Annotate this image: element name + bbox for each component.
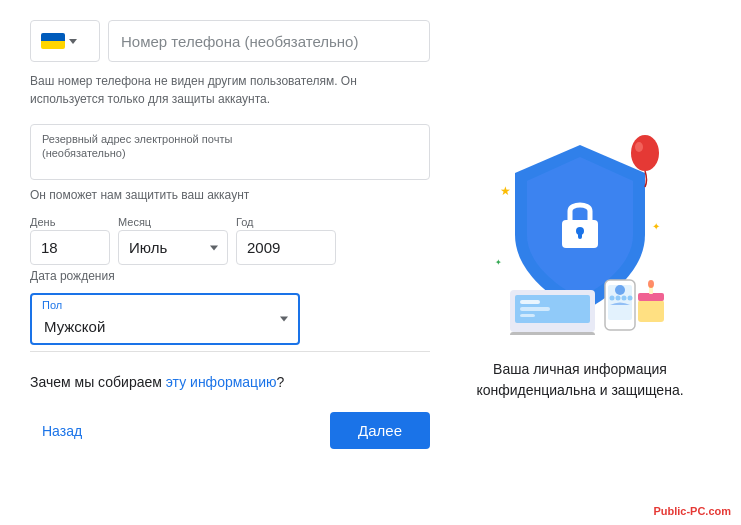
month-label: Месяц [118, 216, 228, 228]
phone-row [30, 20, 430, 62]
svg-point-13 [622, 295, 627, 300]
right-panel: ★ ✦ ✦ Ваша личная информация конфиденциа… [450, 20, 710, 505]
month-field: Месяц Январь Февраль Март Апрель Май Июн… [118, 216, 228, 265]
month-select-wrap: Январь Февраль Март Апрель Май Июнь Июль… [118, 230, 228, 265]
month-select[interactable]: Январь Февраль Март Апрель Май Июнь Июль… [118, 230, 228, 265]
svg-text:✦: ✦ [495, 258, 502, 267]
svg-point-14 [628, 295, 633, 300]
birthday-label: Дата рождения [30, 269, 430, 283]
date-row: День Месяц Январь Февраль Март Апрель Ма… [30, 216, 430, 265]
svg-rect-6 [520, 307, 550, 311]
svg-rect-8 [510, 332, 595, 335]
recovery-hint: Он поможет нам защитить ваш аккаунт [30, 188, 430, 202]
recovery-email-label: Резервный адрес электронной почты(необяз… [42, 132, 232, 161]
svg-rect-5 [520, 300, 540, 304]
svg-rect-16 [638, 300, 664, 322]
phone-input[interactable] [108, 20, 430, 62]
gender-select[interactable]: Мужской Женский Другой Не указывать [30, 293, 300, 345]
why-collect-text-after: ? [276, 374, 284, 390]
watermark: Public-PC.com [653, 505, 731, 517]
recovery-email-wrap: Резервный адрес электронной почты(необяз… [30, 124, 430, 180]
security-svg: ★ ✦ ✦ [490, 135, 670, 335]
svg-point-11 [610, 295, 615, 300]
illustration-caption: Ваша личная информация конфиденциальна и… [450, 359, 710, 401]
year-label: Год [236, 216, 336, 228]
phone-hint: Ваш номер телефона не виден другим польз… [30, 72, 430, 108]
back-button[interactable]: Назад [30, 415, 94, 447]
svg-rect-2 [578, 231, 582, 239]
svg-rect-17 [638, 293, 664, 301]
svg-point-19 [648, 280, 654, 288]
day-input[interactable] [30, 230, 110, 265]
svg-text:✦: ✦ [652, 221, 660, 232]
svg-point-15 [615, 285, 625, 295]
left-panel: Ваш номер телефона не виден другим польз… [30, 20, 450, 505]
gender-label: Пол [42, 299, 62, 311]
svg-point-12 [616, 295, 621, 300]
day-label: День [30, 216, 110, 228]
day-field: День [30, 216, 110, 265]
why-collect-link[interactable]: эту информацию [166, 374, 277, 390]
illustration: ★ ✦ ✦ [480, 135, 680, 335]
svg-point-20 [631, 135, 659, 171]
flag-ua [41, 33, 65, 49]
svg-text:★: ★ [500, 184, 511, 198]
phone-input-wrap [108, 20, 430, 62]
svg-point-21 [635, 142, 643, 152]
why-collect-text-before: Зачем мы собираем [30, 374, 166, 390]
why-collect-section: Зачем мы собираем эту информацию? [30, 374, 430, 390]
year-field: Год [236, 216, 336, 265]
next-button[interactable]: Далее [330, 412, 430, 449]
divider [30, 351, 430, 352]
country-chevron-icon [69, 39, 77, 44]
svg-rect-7 [520, 314, 535, 317]
year-input[interactable] [236, 230, 336, 265]
country-selector[interactable] [30, 20, 100, 62]
bottom-buttons: Назад Далее [30, 412, 430, 459]
gender-wrap: Пол Мужской Женский Другой Не указывать [30, 293, 300, 345]
page-container: Ваш номер телефона не виден другим польз… [0, 0, 741, 525]
